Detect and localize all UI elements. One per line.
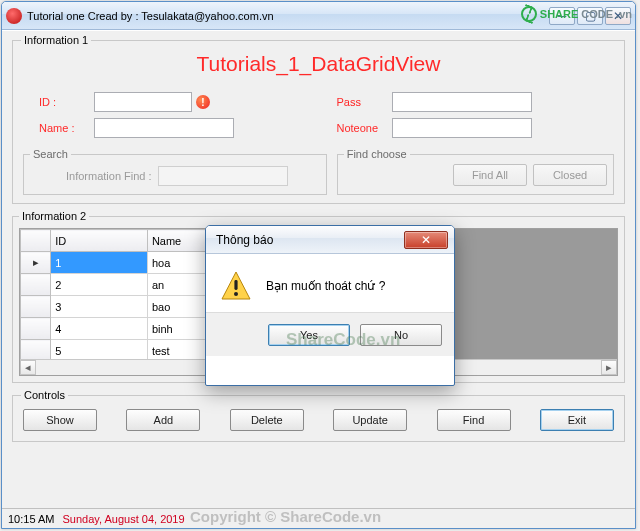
information-1-group: Information 1 Tutorials_1_DataGridView I…	[12, 34, 625, 204]
dialog-yes-button[interactable]: Yes	[268, 324, 350, 346]
exit-button[interactable]: Exit	[540, 409, 614, 431]
controls-legend: Controls	[21, 389, 68, 401]
scroll-left-button[interactable]: ◂	[20, 360, 36, 375]
update-button[interactable]: Update	[333, 409, 407, 431]
grid-empty-area	[440, 229, 617, 375]
dialog-titlebar[interactable]: Thông báo ✕	[206, 226, 454, 254]
col-header-id[interactable]: ID	[51, 230, 148, 252]
watermark-logo: SHARECODE.vn	[521, 6, 632, 22]
add-button[interactable]: Add	[126, 409, 200, 431]
information-2-legend: Information 2	[19, 210, 89, 222]
closed-button: Closed	[533, 164, 607, 186]
name-label: Name :	[39, 122, 94, 134]
controls-group: Controls Show Add Delete Update Find Exi…	[12, 389, 625, 442]
status-date: Sunday, August 04, 2019	[62, 513, 184, 525]
find-all-button: Find All	[453, 164, 527, 186]
information-1-legend: Information 1	[21, 34, 91, 46]
show-button[interactable]: Show	[23, 409, 97, 431]
noteone-input[interactable]	[392, 118, 532, 138]
info-find-label: Information Find :	[66, 170, 152, 182]
svg-rect-1	[234, 280, 237, 290]
cell-id[interactable]: 2	[51, 274, 148, 296]
id-label: ID :	[39, 96, 94, 108]
error-icon: !	[196, 95, 210, 109]
cell-id[interactable]: 1	[51, 252, 148, 274]
dialog-message: Bạn muốn thoát chứ ?	[266, 279, 385, 293]
app-icon	[6, 8, 22, 24]
cell-id[interactable]: 4	[51, 318, 148, 340]
cell-id[interactable]: 3	[51, 296, 148, 318]
recycle-icon	[521, 6, 537, 22]
grid-corner	[21, 230, 51, 252]
scroll-right-button[interactable]: ▸	[601, 360, 617, 375]
noteone-label: Noteone	[337, 122, 392, 134]
window-title: Tutorial one Cread by : Tesulakata@yahoo…	[27, 10, 549, 22]
status-bar: 10:15 AM Sunday, August 04, 2019	[2, 508, 635, 528]
pass-label: Pass	[337, 96, 392, 108]
dialog-no-button[interactable]: No	[360, 324, 442, 346]
id-input[interactable]	[94, 92, 192, 112]
name-input[interactable]	[94, 118, 234, 138]
row-indicator-icon: ▸	[21, 252, 51, 274]
delete-button[interactable]: Delete	[230, 409, 304, 431]
info-find-input	[158, 166, 288, 186]
page-headline: Tutorials_1_DataGridView	[21, 52, 616, 76]
search-legend: Search	[30, 148, 71, 160]
svg-point-2	[234, 292, 238, 296]
find-choose-legend: Find choose	[344, 148, 410, 160]
status-time: 10:15 AM	[8, 513, 54, 525]
find-choose-group: Find choose Find All Closed	[337, 148, 614, 195]
dialog-close-button[interactable]: ✕	[404, 231, 448, 249]
pass-input[interactable]	[392, 92, 532, 112]
dialog-title: Thông báo	[216, 233, 404, 247]
confirm-dialog: Thông báo ✕ Bạn muốn thoát chứ ? Yes No	[205, 225, 455, 386]
find-button[interactable]: Find	[437, 409, 511, 431]
warning-icon	[220, 270, 252, 302]
search-group: Search Information Find :	[23, 148, 327, 195]
